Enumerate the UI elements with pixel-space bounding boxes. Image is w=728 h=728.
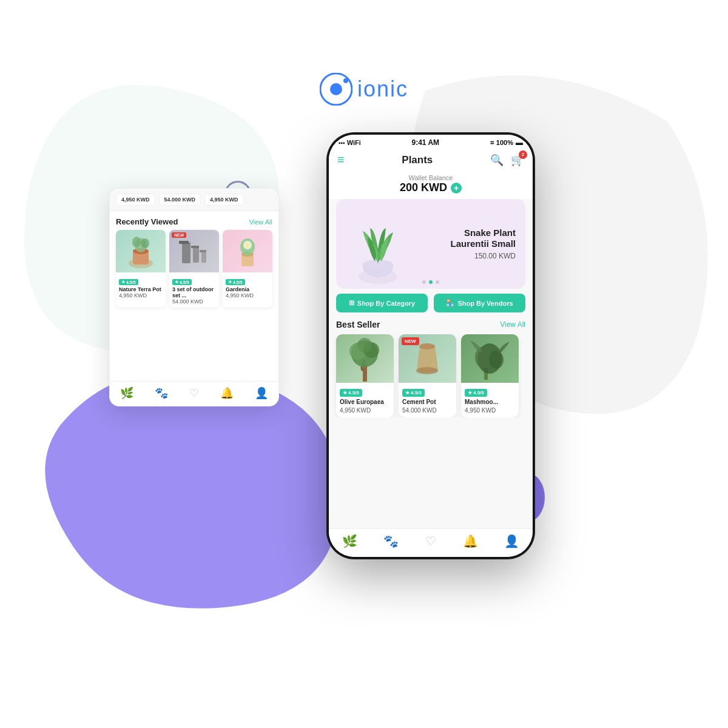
svg-point-3 bbox=[343, 78, 348, 83]
sec-price-tag-3: 4,950 KWD bbox=[226, 292, 269, 298]
sec-product-2[interactable]: NEW ★ 4.5/5 3 set of outdoor set ... 54.… bbox=[169, 230, 219, 308]
banner-text: Snake Plant Laurentii Small 150.00 KWD bbox=[450, 228, 516, 260]
banner-plant-image bbox=[345, 204, 411, 289]
dot-2 bbox=[429, 280, 433, 284]
sec-price-tag-1: 4,950 KWD bbox=[119, 292, 163, 298]
wallet-label: Wallet Balance bbox=[329, 174, 533, 181]
sec-product-1[interactable]: ★ 4.5/5 Nature Terra Pot 4,950 KWD bbox=[116, 230, 166, 308]
svg-rect-14 bbox=[201, 251, 206, 263]
nav-profile[interactable]: 👤 bbox=[504, 534, 519, 548]
sec-name-1: Nature Terra Pot bbox=[119, 286, 163, 292]
svg-point-29 bbox=[416, 367, 438, 374]
svg-rect-11 bbox=[179, 241, 189, 244]
recently-viewed-all[interactable]: View All bbox=[249, 218, 272, 226]
menu-icon[interactable]: ≡ bbox=[337, 153, 345, 167]
secondary-price-row: 4,950 KWD 54.000 KWD 4,950 KWD bbox=[110, 189, 278, 211]
banner-dots bbox=[422, 280, 439, 284]
sec-rating-2: ★ 4.5/5 bbox=[172, 279, 192, 285]
svg-point-2 bbox=[330, 83, 342, 95]
recently-viewed-header: Recently Viewed View All bbox=[110, 211, 278, 230]
ionic-logo: ionic bbox=[320, 73, 408, 106]
svg-point-9 bbox=[141, 238, 149, 248]
search-icon[interactable]: 🔍 bbox=[490, 153, 504, 167]
dot-3 bbox=[436, 280, 439, 284]
wallet-add-button[interactable]: + bbox=[451, 183, 462, 194]
signal-bars: ▪▪▪ bbox=[339, 140, 345, 146]
cart-icon[interactable]: 🛒 2 bbox=[511, 153, 524, 167]
secondary-phone: 4,950 KWD 54.000 KWD 4,950 KWD Recently … bbox=[109, 188, 279, 406]
sec-rating-3: ★ 4.5/5 bbox=[226, 279, 245, 285]
sec-price-tag-2: 54.000 KWD bbox=[172, 298, 216, 305]
shop-buttons: ⊞ Shop By Category 🏪 Shop By Vendors bbox=[329, 294, 533, 312]
terra-pot-img bbox=[116, 230, 166, 272]
sec-rating-1: ★ 4.5/5 bbox=[119, 279, 138, 285]
nav-home[interactable]: 🌿 bbox=[342, 534, 357, 548]
svg-point-33 bbox=[489, 351, 504, 369]
product-card-3[interactable]: ★ 4.5/5 Mashmoo... 4,950 KWD bbox=[461, 334, 519, 417]
product-banner[interactable]: Snake Plant Laurentii Small 150.00 KWD bbox=[336, 199, 525, 289]
svg-rect-23 bbox=[363, 365, 367, 382]
nav-pets[interactable]: 🐾 bbox=[383, 534, 399, 548]
sec-name-3: Gardenia bbox=[226, 286, 269, 292]
sec-price-1: 4,950 KWD bbox=[116, 194, 155, 206]
svg-point-28 bbox=[419, 343, 435, 349]
ionic-text: ionic bbox=[357, 76, 408, 102]
rating-3: ★ 4.5/5 bbox=[465, 389, 487, 397]
banner-plant-price: 150.00 KWD bbox=[450, 252, 516, 260]
battery-text: 100% bbox=[496, 139, 513, 146]
product-card-2[interactable]: NEW ★ 4.5/5 Cement Pot 54.000 KWD bbox=[399, 334, 456, 417]
sec-price-3: 4,950 KWD bbox=[204, 194, 244, 206]
wallet-section: Wallet Balance 200 KWD + bbox=[329, 172, 533, 199]
ionic-logo-icon bbox=[320, 73, 352, 106]
best-seller-view-all[interactable]: View All bbox=[500, 320, 525, 329]
svg-rect-10 bbox=[182, 242, 190, 263]
status-bar: ▪▪▪ WiFi 9:41 AM ⌗ 100% ▬ bbox=[329, 135, 533, 149]
sec-product-3[interactable]: ★ 4.5/5 Gardenia 4,950 KWD bbox=[223, 230, 272, 308]
category-icon: ⊞ bbox=[349, 299, 354, 307]
olive-tree-img bbox=[336, 334, 394, 383]
bottom-navigation: 🌿 🐾 ♡ 🔔 👤 bbox=[329, 528, 533, 557]
mashmoo-img bbox=[461, 334, 519, 383]
wallet-amount: 200 KWD + bbox=[329, 181, 533, 194]
svg-rect-12 bbox=[193, 247, 199, 263]
product-name-1: Olive Europaea bbox=[340, 399, 390, 406]
svg-rect-15 bbox=[200, 250, 206, 252]
sec-name-2: 3 set of outdoor set ... bbox=[172, 286, 216, 298]
status-time: 9:41 AM bbox=[412, 138, 440, 147]
best-seller-header: Best Seller View All bbox=[329, 320, 533, 334]
svg-rect-13 bbox=[191, 246, 199, 248]
shop-by-category-button[interactable]: ⊞ Shop By Category bbox=[336, 294, 428, 312]
product-card-1[interactable]: ★ 4.5/5 Olive Europaea 4,950 KWD bbox=[336, 334, 394, 417]
rating-1: ★ 4.5/5 bbox=[340, 389, 362, 397]
sec-price-2: 54.000 KWD bbox=[159, 194, 201, 206]
sec-nav-plants[interactable]: 🌿 bbox=[120, 386, 133, 400]
nav-wishlist[interactable]: ♡ bbox=[425, 534, 436, 548]
product-name-2: Cement Pot bbox=[402, 399, 453, 406]
bluetooth-icon: ⌗ bbox=[490, 139, 494, 147]
secondary-products: ★ 4.5/5 Nature Terra Pot 4,950 KWD NEW ★ bbox=[110, 230, 278, 308]
svg-point-8 bbox=[132, 237, 141, 248]
page-title: Plants bbox=[402, 154, 433, 166]
sec-nav-profile[interactable]: 👤 bbox=[255, 386, 268, 400]
cart-badge: 2 bbox=[519, 150, 527, 159]
secondary-bottom-nav: 🌿 🐾 ♡ 🔔 👤 bbox=[110, 381, 278, 406]
shop-by-vendors-button[interactable]: 🏪 Shop By Vendors bbox=[434, 294, 525, 312]
sec-nav-pets[interactable]: 🐾 bbox=[155, 386, 168, 400]
product-name-3: Mashmoo... bbox=[465, 399, 515, 406]
sec-nav-wishlist[interactable]: ♡ bbox=[189, 386, 199, 400]
sec-new-badge-2: NEW bbox=[172, 232, 186, 238]
main-phone: ▪▪▪ WiFi 9:41 AM ⌗ 100% ▬ ≡ Plants 🔍 🛒 2 bbox=[328, 133, 534, 558]
svg-point-20 bbox=[245, 243, 250, 248]
battery-area: ⌗ 100% ▬ bbox=[490, 138, 523, 147]
app-header: ≡ Plants 🔍 🛒 2 bbox=[329, 149, 533, 172]
banner-plant-name: Snake Plant Laurentii Small bbox=[450, 228, 516, 249]
rating-2: ★ 4.5/5 bbox=[402, 389, 425, 397]
nav-notifications[interactable]: 🔔 bbox=[463, 534, 478, 548]
signal-area: ▪▪▪ WiFi bbox=[339, 139, 361, 146]
svg-point-27 bbox=[357, 338, 372, 352]
gardenia-img bbox=[223, 230, 272, 272]
sec-nav-notifications[interactable]: 🔔 bbox=[220, 386, 234, 400]
header-icons: 🔍 🛒 2 bbox=[490, 153, 524, 167]
wifi-icon: WiFi bbox=[347, 139, 361, 146]
product-grid: ★ 4.5/5 Olive Europaea 4,950 KWD NEW ★ 4… bbox=[329, 334, 533, 417]
